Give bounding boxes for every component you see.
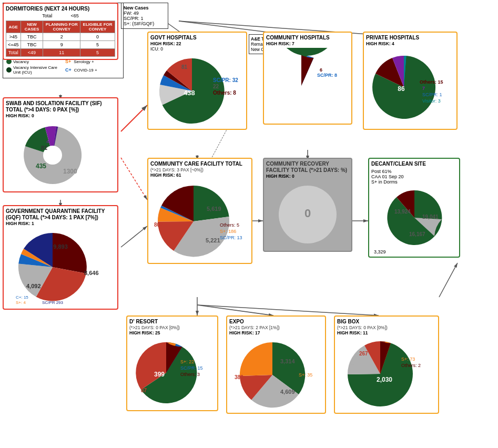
svg-text:399: 399 — [154, 371, 164, 378]
expo-subtitle: (*>21 DAYS: 2 PAX [1%]) — [229, 325, 323, 330]
svg-text:Others: 5: Others: 5 — [220, 222, 239, 228]
svg-text:S+: 73: S+: 73 — [401, 357, 415, 362]
svg-text:8,646: 8,646 — [84, 270, 99, 276]
decant-title: DECANT/CLEAN SITE — [371, 161, 457, 167]
decant-caa: CAA 01 Sep 20 — [371, 174, 457, 179]
svg-text:383: 383 — [235, 374, 243, 380]
bigbox-panel: BIG BOX (*>21 DAYS: 0 PAX [0%]) HIGH RIS… — [334, 315, 439, 414]
svg-line-17 — [121, 158, 147, 200]
comm-hosp-high-risk: HIGH RISK: 7 — [266, 41, 349, 46]
legend-vacancy-icu: Vacancy Intensive Care Unit (ICU) — [6, 65, 61, 75]
dormitories-panel: DORMITORIES (NEXT 24 HOURS) Total <65 AG… — [3, 3, 118, 60]
dresort-panel: D' RESORT (*>21 DAYS: 0 PAX [0%]) HIGH R… — [126, 315, 218, 411]
dorm-row-total: Total <49 11 5 — [6, 49, 115, 57]
priv-hosp-high-risk: HIGH RISK: 4 — [366, 41, 454, 46]
svg-text:S+: 4: S+: 4 — [16, 300, 26, 305]
private-hospitals-panel: PRIVATE HOSPITALS HIGH RISK: 4 — [363, 32, 458, 130]
col-age: AGE — [6, 21, 21, 33]
govt-hosp-title: GOVT HOSPITALS — [150, 35, 244, 41]
svg-text:2,030: 2,030 — [376, 376, 392, 383]
svg-text:Others: 15: Others: 15 — [420, 79, 443, 85]
bigbox-pie: 2,030 612 267 S+: 73 Others: 2 — [338, 337, 435, 411]
community-hospitals-panel: COMMUNITY HOSPITALS HIGH RISK: 7 284 SC/… — [263, 32, 352, 125]
svg-text:S+: 35: S+: 35 — [299, 372, 312, 378]
svg-text:SC/PR: 8: SC/PR: 8 — [317, 73, 337, 78]
svg-line-11 — [197, 305, 273, 315]
expo-pie: 3,314 4,609 383 S+: 35 — [230, 337, 322, 411]
svg-line-5 — [121, 105, 147, 131]
svg-text:SC/PR: 1: SC/PR: 1 — [422, 92, 442, 97]
svg-text:807: 807 — [154, 222, 163, 228]
col-eligible: ELIGIBLE FOR CONVEY — [80, 21, 115, 33]
legend-covid-prefix: C+ — [65, 67, 72, 73]
svg-text:Others: 8: Others: 8 — [213, 90, 236, 96]
dorm-total-label: Total — [42, 13, 52, 18]
svg-text:1300: 1300 — [63, 168, 77, 175]
bigbox-high-risk: HIGH RISK: 11 — [337, 330, 436, 335]
new-cases-title: New Cases — [124, 5, 166, 11]
legend-covid-label: COVID-19 + — [74, 68, 97, 73]
decant-panel: DECANT/CLEAN SITE Post 61% CAA 01 Sep 20… — [368, 158, 460, 258]
decant-pie: 13,924 19,041 16,167 — [372, 186, 456, 249]
dresort-high-risk: HIGH RISK: 25 — [129, 330, 215, 335]
svg-text:267: 267 — [359, 351, 368, 357]
gqf-pie-chart: 9,893 8,646 4,092 C+: 15 S+: 4 SC/PR 293 — [13, 228, 108, 307]
ccf-subtitle: (*>21 DAYS: 3 PAX [~0%]) — [150, 167, 249, 172]
govt-hosp-icu: ICU: 0 — [150, 46, 244, 52]
dorm-lt65-label: <65 — [70, 13, 78, 18]
decant-splus-dorms: S+ in Dorms — [371, 179, 457, 185]
expo-title: EXPO — [229, 319, 323, 325]
priv-hosp-pie: 86 Others: 15 7 SC/PR: 1 Visitor: 3 — [367, 48, 454, 127]
sif-title: SWAB AND ISOLATION FACILITY (SIF) TOTAL … — [6, 100, 115, 113]
svg-text:5,221: 5,221 — [206, 237, 220, 243]
gqf-panel: GOVERNMENT QUARANTINE FACILITY (GQF) TOT… — [3, 205, 118, 310]
svg-text:6: 6 — [320, 67, 322, 73]
svg-text:612: 612 — [350, 361, 359, 367]
dresort-pie: 399 87 S+: 22 SC/PR: 15 Others: 3 — [130, 337, 215, 408]
ccf-pie: 5,619 5,221 807 Others: 5 S+: 186 SC/PR:… — [151, 179, 249, 261]
svg-text:4,092: 4,092 — [26, 283, 41, 289]
svg-text:Visitor: 3: Visitor: 3 — [422, 98, 441, 104]
bigbox-title: BIG BOX — [337, 319, 436, 325]
svg-text:4: 4 — [46, 139, 49, 144]
ccf-panel: COMMUNITY CARE FACILITY TOTAL (*>21 DAYS… — [147, 158, 252, 264]
sif-high-risk: HIGH RISK: 0 — [6, 113, 115, 118]
svg-text:SC/PR 293: SC/PR 293 — [42, 300, 64, 305]
new-cases-fw: FW: 49 — [124, 11, 166, 16]
legend-covid: C+ COVID-19 + — [65, 65, 120, 75]
svg-text:13,924: 13,924 — [394, 209, 411, 215]
dorm-row-lte45: <=45 TBC 9 5 — [6, 41, 115, 49]
svg-text:C+: 15: C+: 15 — [16, 295, 28, 300]
decant-post: Post 61% — [371, 169, 457, 174]
ccf-title: COMMUNITY CARE FACILITY TOTAL — [150, 161, 249, 167]
main-container: DORMITORIES (NEXT 24 HOURS) Total <65 AG… — [0, 0, 498, 448]
svg-text:SC/PR: 13: SC/PR: 13 — [220, 235, 242, 240]
crf-high-risk: HIGH RISK: 0 — [266, 174, 349, 179]
expo-high-risk: HIGH RISK: 17 — [229, 330, 323, 335]
svg-text:4,609: 4,609 — [280, 389, 295, 395]
legend-vacancy-icu-dot — [6, 67, 12, 73]
legend-vacancy-icu-label: Vacancy Intensive Care Unit (ICU) — [13, 65, 61, 75]
crf-title: COMMUNITY RECOVERY FACILITY TOTAL (*>21 … — [266, 161, 349, 174]
svg-text:87: 87 — [141, 388, 147, 393]
svg-text:7: 7 — [422, 86, 425, 91]
svg-text:S+: 22: S+: 22 — [180, 359, 194, 364]
crf-pie: 0 — [268, 180, 347, 249]
expo-panel: EXPO (*>21 DAYS: 2 PAX [1%]) HIGH RISK: … — [226, 315, 326, 414]
comm-hosp-pie: 284 SC/PR: 8 6 — [267, 48, 349, 121]
govt-hosp-high-risk: HIGH RISK: 22 — [150, 41, 244, 46]
dresort-subtitle: (*>21 DAYS: 0 PAX [0%]) — [129, 325, 215, 330]
dresort-title: D' RESORT — [129, 319, 215, 325]
govt-hospitals-panel: GOVT HOSPITALS HIGH RISK: 22 ICU: 0 — [147, 32, 247, 130]
col-new-cases: NEW CASES — [21, 21, 43, 33]
svg-line-6 — [121, 226, 147, 247]
bigbox-subtitle: (*>21 DAYS: 0 PAX [0%]) — [337, 325, 436, 330]
new-cases-splus: S+: (SIF/GQF) — [124, 21, 166, 26]
svg-text:19,041: 19,041 — [422, 214, 439, 220]
svg-text:438: 438 — [184, 89, 195, 97]
svg-text:Others: 2: Others: 2 — [401, 363, 421, 368]
comm-hosp-title: COMMUNITY HOSPITALS — [266, 35, 349, 41]
sif-panel: SWAB AND ISOLATION FACILITY (SIF) TOTAL … — [3, 97, 118, 192]
col-planning: PLANNING FOR CONVEY — [43, 21, 80, 33]
svg-line-14 — [439, 263, 458, 297]
